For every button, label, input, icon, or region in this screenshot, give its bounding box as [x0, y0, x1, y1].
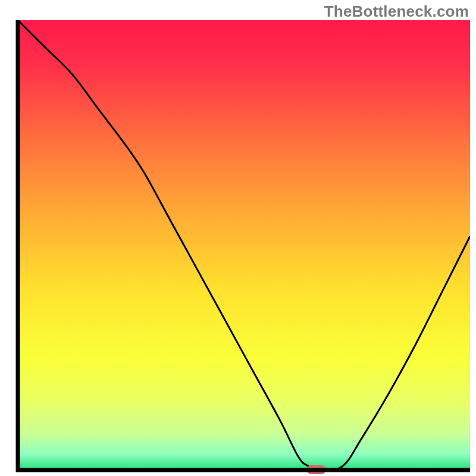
gradient-background	[18, 20, 470, 470]
chart-canvas: TheBottleneck.com	[0, 0, 476, 476]
watermark-text: TheBottleneck.com	[324, 2, 469, 21]
chart-svg	[0, 0, 476, 476]
